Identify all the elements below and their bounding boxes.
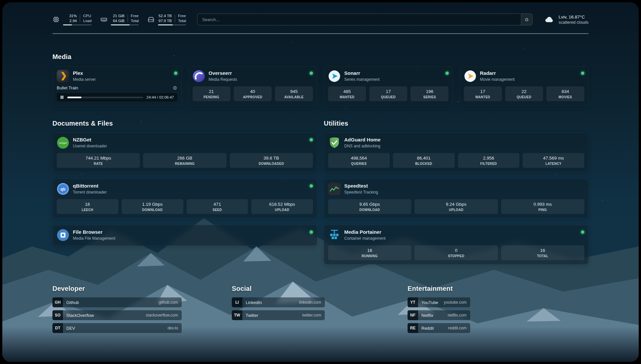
qbittorrent-card: qb qBittorrent Torrent downloader 16 LEE… [52,179,317,218]
stat-label: DOWNLOAD [330,208,409,212]
service-name: Overseerr [209,70,306,76]
service-name: Plex [73,70,170,76]
status-dot [310,230,313,234]
search-provider-button[interactable]: G [521,14,532,25]
service-name: Sonarr [344,70,442,76]
svg-text:nzbget: nzbget [59,141,67,144]
stat-download: 9.65 Gbps DOWNLOAD [328,199,411,214]
qbittorrent-link[interactable]: qb qBittorrent Torrent downloader [57,183,313,195]
social-column: Social LI LinkedIn linkedin.com TW Twitt… [232,285,408,333]
disk-icon [147,16,155,23]
bookmark-url: dev.to [168,326,178,330]
social-bookmarks: LI LinkedIn linkedin.com TW Twitter twit… [232,297,408,320]
status-dot [310,184,313,188]
sonarr-link[interactable]: Sonarr Series management [328,70,449,82]
adguard-link[interactable]: AdGuard Home DNS and adblocking [328,136,584,149]
developer-bookmarks: GH Github github.com SO StackOverflow st… [52,297,232,333]
nzbget-link[interactable]: nzbget NZBGet Usenet downloader [57,136,313,149]
stat-label: WANTED [330,95,364,99]
overseerr-stats: 21 PENDING 40 APPROVED 945 AVAILABLE [193,86,313,101]
bookmarks-section: Developer GH Github github.com SO StackO… [52,285,589,345]
plex-player: 24:44 / 02:06:47 [57,93,177,102]
radarr-link[interactable]: Radarr Movie management [464,70,585,82]
bookmark-name: DEV [66,326,75,331]
bookmark-url: netflix.com [448,313,467,318]
playback-time: 24:44 / 02:06:47 [146,95,174,99]
filebrowser-icon [57,229,69,241]
stat-value: 21 [195,89,229,94]
stat-remaining: 266 GB REMAINING [143,153,226,168]
bookmark-github[interactable]: GH Github github.com [52,297,182,307]
stat-label: WANTED [466,95,500,99]
pause-icon[interactable] [60,95,64,99]
stat-value: 16 [330,248,409,253]
service-name: qBittorrent [73,183,306,189]
portainer-stats: 16 RUNNING 0 STOPPED 16 TOTAL [328,245,584,260]
status-dot [581,72,584,75]
disk-total-value: 97.9 TB [159,18,172,23]
stat-filtered: 2,956 FILTERED [458,153,520,168]
stat-upload: 618.52 Mbps UPLOAD [251,199,313,214]
bookmark-linkedin[interactable]: LI LinkedIn linkedin.com [232,297,325,307]
overseerr-link[interactable]: Overseerr Media Requests [193,70,313,82]
bookmark-name: StackOverflow [66,313,94,318]
playback-progress-bar [67,97,143,98]
radarr-meta: Radarr Movie management [480,70,578,82]
plex-meta: Plex Media server [73,70,170,82]
stat-value: 22 [507,89,541,94]
plex-icon [57,70,69,82]
filebrowser-link[interactable]: File Browser Media File Management [57,229,313,241]
cpu-label: CPU [83,14,92,18]
now-playing-title: Bullet Train [57,85,173,90]
bookmark-dev[interactable]: DT DEV dev.to [52,323,182,333]
disk-free-label: Free [178,14,186,18]
bookmark-stackoverflow[interactable]: SO StackOverflow stackoverflow.com [52,310,182,320]
portainer-link[interactable]: Media Portainer Container management [328,229,584,241]
bookmark-abbr: DT [52,323,63,333]
speedtest-meta: Speedtest Speedtest Tracking [344,183,584,195]
stat-label: UPLOAD [416,208,496,212]
stat-value: 196 [412,89,446,94]
gear-icon[interactable]: ⚙ [173,85,177,90]
stat-label: BLOCKED [395,162,453,166]
speedtest-link[interactable]: Speedtest Speedtest Tracking [328,183,584,195]
section-title-media: Media [52,53,589,61]
search-input[interactable] [198,14,521,25]
disk-free-value: 52.4 TB [159,14,172,18]
section-title-entertainment: Entertainment [408,285,589,292]
bookmark-url: linkedin.com [299,300,321,305]
stat-available: 945 AVAILABLE [275,86,313,101]
plex-link[interactable]: Plex Media server [57,70,177,82]
stat-value: 471 [189,202,246,207]
stat-label: SERIES [412,95,446,99]
stat-series: 196 SERIES [411,86,448,101]
bookmark-twitter[interactable]: TW Twitter twitter.com [232,310,325,320]
status-dot [310,72,313,75]
stat-value: 0 [416,248,496,253]
svg-text:qb: qb [61,187,66,192]
bookmark-netflix[interactable]: NF Netflix netflix.com [408,310,470,320]
entertainment-column: Entertainment YT YouTube youtube.com NF … [408,285,589,333]
stat-value: 266 GB [145,156,224,161]
documents-column: Documents & Files nzbget NZBGet Usenet d [52,120,317,264]
stat-value: 16 [503,248,582,253]
bookmark-name: Reddit [421,326,434,331]
stat-running: 16 RUNNING [328,245,411,260]
bookmark-reddit[interactable]: RE Reddit reddit.com [408,323,470,333]
section-title-developer: Developer [52,285,232,292]
bookmark-youtube[interactable]: YT YouTube youtube.com [408,297,470,307]
service-name: File Browser [73,229,306,235]
stat-label: PENDING [195,95,229,99]
bookmark-name: Netflix [421,313,433,318]
cpu-load-value: 2.94 [70,18,77,23]
weather-widget: Lviv, 16.87°C scattered clouds [544,15,589,25]
speedtest-card: Speedtest Speedtest Tracking 9.65 Gbps D… [324,179,589,218]
stat-value: 744.21 Mbps [59,156,138,161]
stat-label: SEED [189,208,246,212]
stat-queued: 17 QUEUED [369,86,407,101]
overseerr-icon [193,70,205,82]
stat-value: 47.569 ms [525,156,582,161]
sonarr-card: Sonarr Series management 485 WANTED 17 Q… [324,66,453,106]
service-desc: Torrent downloader [73,190,306,195]
stat-value: 485 [330,89,364,94]
